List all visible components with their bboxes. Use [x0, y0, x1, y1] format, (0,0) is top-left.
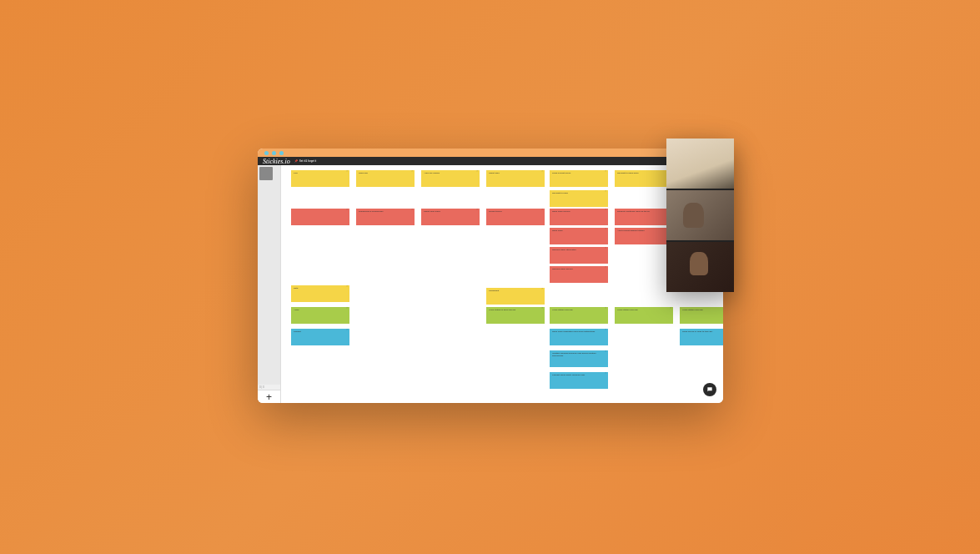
- pin-action[interactable]: 📌 Set it & forget it: [294, 159, 317, 163]
- sticky-note[interactable]: Also to select different station: [615, 228, 673, 244]
- sticky-note[interactable]: Podcast found empty because user: [550, 372, 608, 389]
- sticky-note[interactable]: Audio: [291, 307, 349, 324]
- user-avatar[interactable]: [259, 167, 273, 180]
- app-logo: Stickies.io: [263, 158, 290, 165]
- window-dot: [279, 151, 284, 155]
- sticky-note[interactable]: Resume when interrupted: [550, 247, 608, 264]
- app-header: Stickies.io 📌 Set it & forget it First t…: [258, 157, 723, 165]
- chat-icon: [706, 386, 713, 393]
- sticky-note[interactable]: Allow mic access: [421, 170, 480, 187]
- thumbnail[interactable]: [666, 190, 734, 240]
- pin-icon: 📌: [294, 159, 298, 163]
- sticky-note[interactable]: Currently shuttered while on the air: [615, 209, 673, 225]
- sticky-note[interactable]: Music station (playing): [550, 307, 608, 324]
- sticky-note[interactable]: Select area: [486, 170, 545, 187]
- sticky-note[interactable]: Select local area?: [421, 209, 480, 225]
- sticky-note[interactable]: [291, 209, 349, 225]
- add-button[interactable]: +: [258, 390, 280, 403]
- sticky-note[interactable]: News block playing: [550, 209, 608, 225]
- sticky-note[interactable]: Current player: [486, 209, 545, 225]
- sticky-note[interactable]: Close current player: [550, 170, 608, 187]
- sticky-note[interactable]: Good source or apps to their day: [680, 329, 723, 345]
- sticky-note[interactable]: Support: [291, 329, 349, 345]
- sticky-note[interactable]: Onboarding & permissions: [356, 209, 415, 225]
- sticky-note[interactable]: FTU: [291, 170, 349, 187]
- sticky-note[interactable]: Resume when playing: [550, 266, 608, 283]
- sticky-note[interactable]: Open app: [356, 170, 415, 187]
- sticky-note[interactable]: Music station (playing): [680, 307, 723, 324]
- sticky-note[interactable]: Permanent: [486, 288, 545, 305]
- sticky-note[interactable]: News block: [550, 228, 608, 244]
- thumbnail[interactable]: [666, 242, 734, 292]
- pin-label: Set it & forget it: [299, 159, 317, 163]
- canvas[interactable]: FTUOpen appAllow mic accessSelect areaCl…: [281, 165, 723, 403]
- sidebar: 0 | 0 +: [258, 165, 281, 403]
- thumbnail-strip: [666, 138, 734, 292]
- sticky-note[interactable]: Music station & news playing: [486, 307, 545, 324]
- app-body: 0 | 0 + FTUOpen appAllow mic accessSelec…: [258, 165, 723, 403]
- window-chrome: [258, 149, 723, 157]
- sticky-note[interactable]: Navigate to news block: [615, 170, 673, 187]
- sticky-note[interactable]: Music station (playing): [615, 307, 673, 324]
- sticky-note[interactable]: Note: [291, 285, 349, 302]
- thumbnail[interactable]: [666, 138, 734, 189]
- sticky-note[interactable]: News block presented using push notifica…: [550, 329, 608, 345]
- app-window: Stickies.io 📌 Set it & forget it First t…: [258, 149, 723, 403]
- window-dot: [264, 151, 269, 155]
- sticky-note[interactable]: Navigate to radio: [550, 190, 608, 207]
- window-dot: [272, 151, 276, 155]
- chat-fab[interactable]: [703, 383, 716, 396]
- sticky-note[interactable]: Weather disabled because user denied loc…: [550, 350, 608, 367]
